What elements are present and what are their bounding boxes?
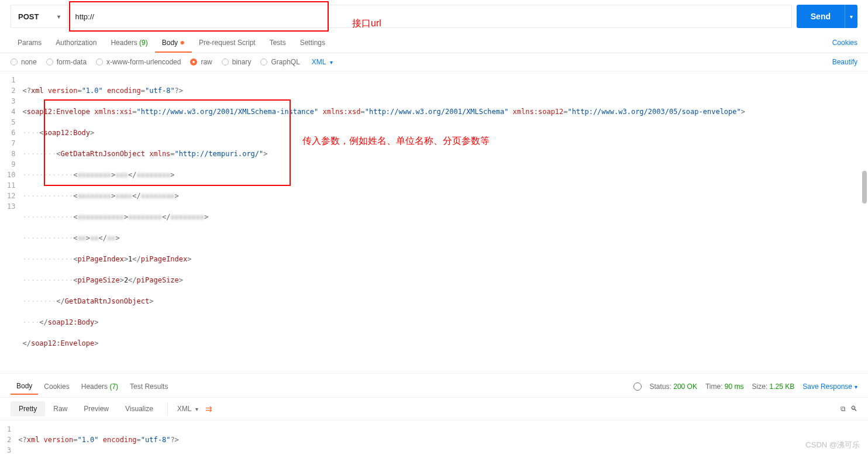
vm-preview[interactable]: Preview [75, 401, 117, 416]
chevron-down-icon: ▾ [57, 13, 60, 20]
tab-authorization[interactable]: Authorization [49, 34, 104, 51]
status-text: Status: 200 OK [650, 382, 697, 391]
response-code[interactable]: <?xml version="1.0" encoding="utf-8"?> <… [18, 424, 868, 455]
body-types: none form-data x-www-form-urlencoded raw… [0, 53, 868, 71]
network-icon[interactable] [633, 382, 642, 391]
resp-tab-testresults[interactable]: Test Results [124, 379, 174, 394]
request-editor[interactable]: 12345678910111213 <?xml version="1.0" en… [0, 71, 868, 373]
send-options-button[interactable]: ▾ [845, 5, 857, 28]
request-tabs: Params Authorization Headers (9) Body ● … [0, 33, 868, 53]
request-code[interactable]: <?xml version="1.0" encoding="utf-8"?> <… [22, 75, 868, 370]
time-text: Time: 90 ms [705, 382, 744, 391]
search-icon[interactable]: 🔍︎ [850, 405, 857, 413]
scrollbar-thumb[interactable] [862, 171, 867, 204]
radio-raw[interactable]: raw [190, 58, 212, 66]
tab-body[interactable]: Body ● [155, 33, 192, 53]
radio-none[interactable]: none [11, 58, 37, 66]
tab-prerequest[interactable]: Pre-request Script [192, 34, 263, 51]
radio-binary[interactable]: binary [222, 58, 252, 66]
radio-graphql[interactable]: GraphQL [260, 58, 299, 66]
cookies-link[interactable]: Cookies [832, 34, 857, 51]
wrap-lines-icon[interactable]: ⇉ [205, 404, 212, 413]
chevron-down-icon: ▾ [330, 59, 333, 66]
chevron-down-icon: ▾ [855, 384, 857, 390]
method-select[interactable]: POST ▾ [11, 5, 67, 28]
method-label: POST [18, 12, 39, 21]
tab-tests[interactable]: Tests [263, 34, 293, 51]
chevron-down-icon: ▾ [195, 406, 198, 412]
resp-tab-headers[interactable]: Headers (7) [75, 379, 124, 394]
send-button[interactable]: Send [797, 5, 845, 28]
radio-formdata[interactable]: form-data [46, 58, 87, 66]
response-editor[interactable]: 12345678 <?xml version="1.0" encoding="u… [0, 420, 868, 455]
url-input[interactable] [67, 5, 791, 28]
chevron-down-icon: ▾ [850, 13, 853, 20]
tab-settings[interactable]: Settings [293, 34, 332, 51]
response-tabs: Body Cookies Headers (7) Test Results St… [0, 373, 868, 398]
resp-tab-cookies[interactable]: Cookies [38, 379, 75, 394]
save-response[interactable]: Save Response ▾ [802, 382, 857, 391]
size-text: Size: 1.25 KB [752, 382, 795, 391]
tab-headers[interactable]: Headers (9) [104, 34, 154, 51]
viewmode-bar: Pretty Raw Preview Visualize XML ▾ ⇉ ⧉ 🔍… [0, 398, 868, 420]
vm-format-select[interactable]: XML ▾ [174, 405, 202, 413]
beautify-link[interactable]: Beautify [832, 58, 857, 66]
vm-pretty[interactable]: Pretty [11, 401, 45, 416]
format-select[interactable]: XML ▾ [312, 58, 333, 66]
line-gutter: 12345678 [0, 424, 18, 455]
vm-raw[interactable]: Raw [45, 401, 75, 416]
radio-urlencoded[interactable]: x-www-form-urlencoded [96, 58, 181, 66]
line-gutter: 12345678910111213 [0, 75, 22, 370]
copy-icon[interactable]: ⧉ [841, 405, 846, 413]
vm-visualize[interactable]: Visualize [117, 401, 161, 416]
tab-params[interactable]: Params [11, 34, 49, 51]
resp-tab-body[interactable]: Body [11, 378, 38, 395]
